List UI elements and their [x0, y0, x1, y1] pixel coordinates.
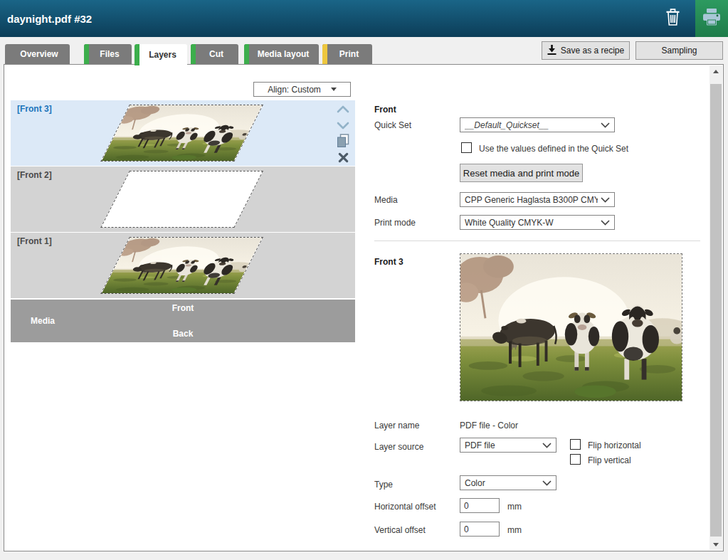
application-window: daynight.pdf #32	[0, 0, 728, 560]
duplicate-icon	[337, 134, 349, 151]
media-front-label: Front	[11, 303, 355, 313]
layer-source-value: PDF file	[465, 440, 539, 450]
move-layer-up-button[interactable]	[335, 102, 351, 117]
layer-thumbnail-front-1[interactable]	[100, 237, 263, 294]
save-as-recipe-button[interactable]: Save as a recipe	[542, 41, 630, 60]
layer-thumbnail-front-3[interactable]	[100, 105, 263, 162]
tab-status-indicator	[84, 44, 89, 64]
tab-print[interactable]: Print	[322, 44, 372, 64]
vertical-offset-input[interactable]	[460, 522, 500, 537]
horizontal-offset-label: Horizontal offset	[374, 502, 436, 512]
type-label: Type	[374, 480, 393, 490]
quick-set-value: __Default_Quickset__	[465, 120, 598, 130]
layer-section-heading: Front 3	[374, 257, 403, 267]
media-value: CPP Generic Haglasta B300P CMYKSS-AU-	[465, 195, 598, 205]
title-bar: daynight.pdf #32	[0, 0, 728, 37]
section-divider	[374, 241, 700, 241]
layer-row-front-2[interactable]: [Front 2]	[11, 167, 355, 232]
tab-label: Media layout	[254, 49, 310, 59]
layer-name-label: Layer name	[374, 421, 419, 430]
tab-label: Files	[96, 49, 119, 59]
layer-preview-image	[460, 253, 682, 401]
horizontal-offset-unit: mm	[507, 502, 522, 512]
layer-row-label: [Front 3]	[17, 104, 52, 114]
layer-thumbnail-front-2[interactable]	[100, 171, 263, 228]
layer-row-label: [Front 1]	[17, 236, 52, 246]
layers-content-panel: Align: Custom [Front 3]	[4, 64, 724, 551]
layer-name-value: PDF file - Color	[460, 421, 518, 430]
close-icon	[338, 152, 349, 166]
scroll-down-button[interactable]	[709, 539, 722, 550]
tab-label: Cut	[206, 49, 223, 59]
layer-source-dropdown[interactable]: PDF file	[460, 438, 556, 453]
vertical-scrollbar[interactable]	[709, 65, 722, 550]
media-label: Media	[31, 316, 55, 326]
triangle-up-icon	[713, 70, 719, 73]
chevron-down-icon	[542, 440, 552, 450]
scroll-up-button[interactable]	[709, 65, 722, 77]
align-dropdown-value: Align: Custom	[268, 85, 321, 95]
print-job-button[interactable]	[695, 0, 728, 37]
tab-layers[interactable]: Layers	[134, 44, 187, 65]
reset-media-print-mode-button[interactable]: Reset media and print mode	[460, 164, 583, 182]
sampling-label: Sampling	[661, 46, 697, 56]
print-mode-label: Print mode	[374, 218, 416, 228]
sampling-button[interactable]: Sampling	[635, 41, 723, 60]
flip-horizontal-label: Flip horizontal	[588, 440, 641, 450]
delete-layer-button[interactable]	[335, 151, 351, 167]
move-layer-down-button[interactable]	[335, 118, 351, 134]
layer-row-label: [Front 2]	[17, 170, 52, 180]
front-section-heading: Front	[374, 105, 396, 115]
triangle-down-icon	[713, 543, 719, 546]
type-dropdown[interactable]: Color	[460, 475, 556, 490]
duplicate-layer-button[interactable]	[335, 134, 351, 150]
layer-row-front-1[interactable]: [Front 1]	[11, 233, 355, 298]
save-as-recipe-label: Save as a recipe	[561, 46, 624, 56]
media-back-label: Back	[11, 329, 355, 339]
layer-source-label: Layer source	[374, 442, 423, 452]
chevron-down-icon	[601, 195, 610, 205]
tab-media-layout[interactable]: Media layout	[244, 44, 319, 64]
tab-files[interactable]: Files	[84, 44, 132, 64]
chevron-down-icon	[601, 218, 610, 228]
media-dropdown[interactable]: CPP Generic Haglasta B300P CMYKSS-AU-	[460, 192, 615, 207]
tab-label: Overview	[16, 49, 58, 59]
use-quick-set-label: Use the values defined in the Quick Set	[479, 144, 628, 154]
reset-button-label: Reset media and print mode	[463, 168, 579, 179]
vertical-offset-unit: mm	[507, 525, 522, 535]
trash-icon	[665, 8, 680, 29]
print-mode-value: White Quality CMYK-W	[465, 218, 598, 228]
download-icon	[547, 45, 556, 57]
layer-row-tools	[335, 102, 351, 167]
quick-set-label: Quick Set	[374, 120, 411, 130]
printer-icon	[702, 8, 722, 29]
delete-job-button[interactable]	[658, 0, 687, 37]
layer-row-front-3[interactable]: [Front 3]	[11, 100, 355, 166]
tab-status-indicator	[134, 44, 139, 65]
tab-status-indicator	[322, 44, 327, 64]
tab-status-indicator	[244, 44, 249, 64]
scrollbar-thumb[interactable]	[710, 84, 722, 537]
chevron-down-icon	[601, 120, 610, 130]
flip-horizontal-checkbox[interactable]	[570, 439, 581, 450]
tab-status-indicator	[191, 44, 196, 64]
tab-overview[interactable]: Overview	[5, 44, 70, 64]
tab-label: Layers	[145, 50, 176, 60]
horizontal-offset-input[interactable]	[460, 498, 500, 513]
dropdown-arrow-icon	[331, 88, 337, 91]
vertical-offset-label: Vertical offset	[374, 525, 426, 535]
align-dropdown[interactable]: Align: Custom	[253, 82, 351, 97]
chevron-down-icon	[337, 120, 349, 132]
type-value: Color	[465, 478, 539, 488]
chevron-down-icon	[542, 478, 552, 488]
chevron-up-icon	[337, 103, 349, 116]
use-quick-set-checkbox[interactable]	[461, 142, 472, 153]
flip-vertical-label: Flip vertical	[588, 455, 631, 465]
print-mode-dropdown[interactable]: White Quality CMYK-W	[460, 215, 615, 230]
document-title: daynight.pdf #32	[7, 0, 92, 37]
tab-label: Print	[336, 49, 359, 59]
quick-set-dropdown[interactable]: __Default_Quickset__	[460, 117, 615, 132]
tab-cut[interactable]: Cut	[191, 44, 238, 64]
media-field-label: Media	[374, 195, 398, 205]
flip-vertical-checkbox[interactable]	[570, 454, 581, 465]
